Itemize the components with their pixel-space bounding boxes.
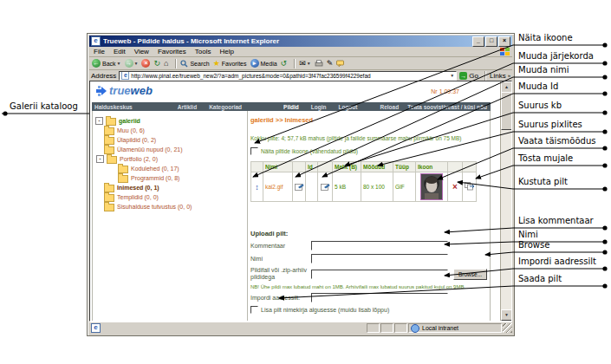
delete-picture-icon[interactable]: × — [452, 182, 458, 192]
home-button[interactable]: ⌂ — [164, 59, 168, 68]
scroll-down-icon[interactable]: ▼ — [501, 309, 512, 321]
windows-logo-icon — [500, 48, 510, 56]
edit-name-icon[interactable] — [295, 183, 304, 191]
tree-collapse-icon[interactable]: - — [95, 117, 103, 125]
mail-button[interactable]: ✉▼ — [299, 59, 311, 68]
name-label: Nimi — [250, 256, 311, 263]
comment-input[interactable] — [311, 241, 448, 250]
forward-button[interactable]: →▼ — [125, 59, 139, 68]
annotation-label: Lisa kommentaar — [518, 216, 594, 225]
picture-thumbnail[interactable] — [420, 173, 443, 200]
refresh-icon: ↻ — [153, 59, 160, 68]
menu-file[interactable]: File — [94, 48, 105, 55]
tree-item-muu[interactable]: Muu (0, 6) — [104, 126, 247, 135]
picture-row: ↕ kai2.gif — [251, 172, 477, 202]
back-button[interactable]: ← Back▼ — [92, 59, 121, 68]
tree-item-templidid[interactable]: Templidid (0, 0) — [104, 192, 247, 202]
window-titlebar[interactable]: e Trueweb - Pildide haldus - Microsoft I… — [89, 36, 512, 47]
annotation-label: Muuda Id — [518, 81, 558, 91]
browser-viewport: trueweb Nr 1 09:37 Halduskeskus Artiklid… — [89, 81, 512, 322]
links-chevron-icon[interactable]: » — [508, 73, 510, 78]
menu-favorites[interactable]: Favorites — [158, 48, 186, 55]
stop-icon: × — [141, 59, 150, 68]
tree-root-label[interactable]: galeriid — [119, 117, 140, 126]
show-icons-label: Näita piltide ikoone (vähendatud pildid) — [261, 148, 358, 154]
trueweb-site: trueweb Nr 1 09:37 Halduskeskus Artiklid… — [92, 81, 491, 322]
maximize-button[interactable]: □ — [485, 36, 497, 47]
nav-reload[interactable]: Reload — [380, 104, 399, 110]
file-input[interactable] — [311, 270, 448, 279]
security-zone: Local intranet — [408, 323, 502, 333]
nav-kategooriad[interactable]: Kategooriad — [209, 104, 242, 110]
refresh-button[interactable]: ↻ — [153, 59, 160, 68]
status-left: e — [89, 323, 366, 333]
minimize-button[interactable]: _ — [472, 36, 484, 47]
nav-login[interactable]: Login — [311, 104, 327, 110]
move-picture-icon[interactable] — [465, 182, 475, 191]
favorites-star-icon: ★ — [213, 59, 220, 68]
show-icons-checkbox[interactable] — [250, 147, 258, 155]
reorder-icon[interactable]: ↕ — [255, 183, 259, 192]
address-dropdown-icon[interactable]: ▼ — [450, 73, 454, 78]
status-pane — [380, 323, 393, 333]
home-icon: ⌂ — [164, 59, 168, 68]
discuss-button[interactable] — [336, 60, 345, 68]
site-header: trueweb Nr 1 09:37 — [92, 81, 491, 102]
header-ikoon: Ikoon — [416, 162, 448, 172]
tree-item-ylapildid[interactable]: Ülapildid (0, 2) — [104, 135, 247, 145]
header-move — [463, 162, 477, 172]
resize-grip[interactable] — [503, 323, 512, 333]
nav-feedback[interactable]: Teata soovist/veast / küsi nõu — [407, 104, 487, 110]
nav-pildid[interactable]: Pildid — [283, 104, 299, 110]
nav-artiklid[interactable]: Artiklid — [178, 104, 197, 110]
edit-button[interactable]: ✎ — [327, 59, 334, 68]
tree-collapse-icon[interactable]: - — [96, 155, 104, 163]
nav-logout[interactable]: Logout — [338, 104, 357, 110]
trueweb-logo[interactable]: trueweb — [95, 84, 153, 97]
tree-item-sisuhalduse-tutvustus[interactable]: Sisuhalduse tutvustus (0, 0) — [104, 202, 247, 211]
links-label[interactable]: Links — [490, 72, 506, 80]
favorites-button[interactable]: ★ Favorites — [213, 59, 247, 68]
menu-view[interactable]: View — [134, 48, 149, 55]
media-button[interactable]: ▸ Media — [250, 59, 277, 68]
breadcrumb[interactable]: galeriid >> Inimesed — [250, 116, 487, 124]
address-input[interactable]: e http://www.pinal.ee/trueweb_new2/?a=ad… — [119, 71, 457, 81]
browse-button[interactable]: Browse... — [453, 269, 487, 280]
search-button[interactable]: Search — [180, 60, 209, 68]
annotation-label: Impordi aadressilt — [518, 257, 596, 266]
header-edit-id — [318, 162, 333, 172]
name-row: Nimi — [250, 254, 487, 263]
browser-window: e Trueweb - Pildide haldus - Microsoft I… — [87, 33, 515, 336]
close-button[interactable]: × — [498, 36, 510, 47]
name-input[interactable] — [311, 254, 448, 263]
mail-icon: ✉ — [299, 59, 306, 68]
nav-halduskeskus[interactable]: Halduskeskus — [94, 104, 133, 110]
pictures-table: Nimi Id Maht (B) Mõõdud Tüüp Ikoon — [250, 161, 477, 202]
tree-item-portfolio[interactable]: - Portfolio (2, 0) — [96, 154, 247, 164]
print-button[interactable] — [315, 60, 323, 68]
tree-item-ylamenyy-nupud[interactable]: Ülamenüü nupud (0, 21) — [104, 145, 247, 154]
search-icon — [180, 60, 188, 68]
stop-button[interactable]: × — [141, 59, 150, 68]
import-url-input[interactable] — [311, 293, 448, 302]
menu-tools[interactable]: Tools — [195, 48, 211, 55]
menu-help[interactable]: Help — [219, 48, 233, 55]
vertical-scrollbar[interactable]: ▲ ▼ — [500, 81, 511, 321]
tree-item-programmid[interactable]: Programmid (0, 8) — [118, 173, 247, 183]
ie-page-icon: e — [121, 71, 129, 80]
go-button[interactable]: → Go — [459, 72, 478, 80]
header-nimi: Nimi — [263, 162, 293, 172]
tree-item-kodulehed[interactable]: Kodulehed (0, 17) — [118, 164, 247, 173]
prepend-checkbox[interactable] — [250, 306, 258, 314]
tree-item-inimesed[interactable]: Inimesed (0, 1) — [104, 183, 247, 192]
edit-id-icon[interactable] — [321, 183, 330, 191]
annotation-label: Galerii kataloog — [10, 101, 78, 111]
menu-edit[interactable]: Edit — [114, 48, 126, 55]
picture-name-link[interactable]: kai2.gif — [265, 184, 283, 190]
annotation-label: Nimi — [518, 230, 538, 239]
address-label: Address — [91, 72, 116, 80]
file-row: Pildifail või .zip-arhiiv pildidega Brow… — [250, 267, 487, 281]
scrollbar-thumb[interactable] — [501, 92, 512, 130]
history-button[interactable]: ↺ — [281, 59, 288, 68]
file-label: Pildifail või .zip-arhiiv pildidega — [250, 267, 311, 281]
